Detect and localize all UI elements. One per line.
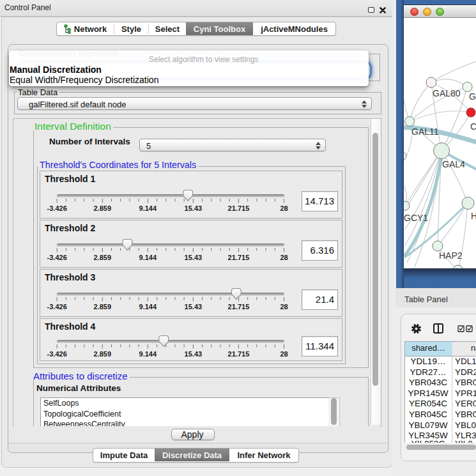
svg-text:2.859: 2.859 bbox=[93, 303, 111, 311]
svg-text:9.144: 9.144 bbox=[139, 254, 157, 261]
svg-text:28: 28 bbox=[280, 350, 288, 358]
svg-text:21.715: 21.715 bbox=[228, 350, 250, 358]
svg-text:9.144: 9.144 bbox=[139, 303, 157, 311]
svg-text:2.859: 2.859 bbox=[93, 350, 111, 358]
svg-text:GAL80: GAL80 bbox=[433, 88, 461, 98]
svg-text:2.859: 2.859 bbox=[93, 254, 111, 261]
svg-text:-3.426: -3.426 bbox=[47, 303, 67, 311]
svg-text:-3.426: -3.426 bbox=[47, 204, 67, 212]
svg-text:15.43: 15.43 bbox=[185, 350, 203, 358]
svg-text:21.715: 21.715 bbox=[228, 204, 250, 212]
svg-text:C: C bbox=[470, 121, 476, 132]
svg-text:9.144: 9.144 bbox=[139, 204, 157, 212]
svg-text:H: H bbox=[471, 211, 476, 221]
svg-text:28: 28 bbox=[280, 303, 288, 311]
svg-text:9.144: 9.144 bbox=[139, 350, 157, 358]
svg-text:2.859: 2.859 bbox=[93, 204, 111, 212]
svg-text:-3.426: -3.426 bbox=[47, 350, 67, 358]
svg-text:15.43: 15.43 bbox=[185, 303, 203, 311]
svg-text:GA: GA bbox=[469, 91, 476, 102]
svg-text:GAL11: GAL11 bbox=[411, 127, 439, 137]
svg-text:HAP2: HAP2 bbox=[439, 250, 463, 261]
svg-text:28: 28 bbox=[280, 204, 288, 212]
svg-text:28: 28 bbox=[280, 254, 288, 261]
svg-text:GCY1: GCY1 bbox=[404, 213, 428, 223]
svg-text:-3.426: -3.426 bbox=[47, 254, 67, 261]
svg-text:15.43: 15.43 bbox=[185, 204, 203, 212]
svg-text:21.715: 21.715 bbox=[228, 254, 250, 261]
svg-text:15.43: 15.43 bbox=[185, 254, 203, 261]
svg-text:GAL4: GAL4 bbox=[442, 159, 465, 169]
svg-text:21.715: 21.715 bbox=[228, 303, 250, 311]
